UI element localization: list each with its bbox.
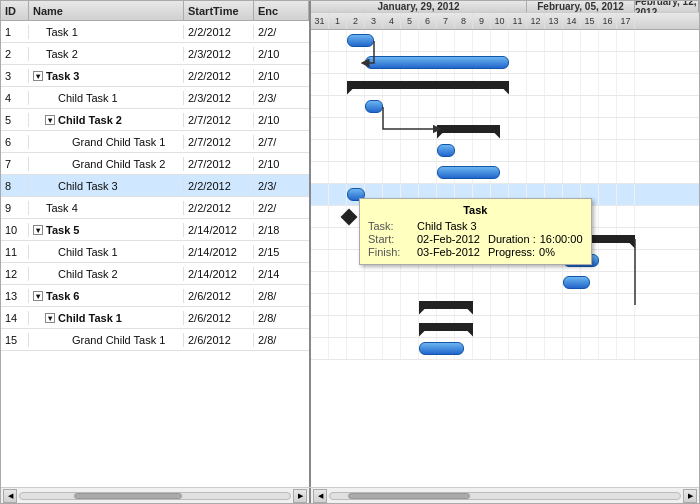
cell-id: 4 — [1, 91, 29, 105]
day-col — [581, 30, 599, 51]
day-col — [473, 162, 491, 183]
day-col — [401, 338, 419, 359]
gantt-row — [311, 118, 699, 140]
day-col — [617, 250, 635, 271]
grid-row[interactable]: 6 Grand Child Task 1 2/7/2012 2/7/ — [1, 131, 309, 153]
day-col — [581, 338, 599, 359]
day-col — [509, 162, 527, 183]
day-col — [545, 118, 563, 139]
day-col — [617, 316, 635, 337]
grid-row[interactable]: 2 Task 2 2/3/2012 2/10 — [1, 43, 309, 65]
gantt-day-num: 9 — [473, 13, 491, 29]
gantt-scroll-thumb[interactable] — [348, 493, 471, 499]
expand-icon[interactable]: ▾ — [45, 313, 55, 323]
scroll-right-btn[interactable]: ▶ — [293, 489, 307, 503]
day-col — [545, 162, 563, 183]
gantt-day-num: 15 — [581, 13, 599, 29]
scroll-left-btn[interactable]: ◀ — [3, 489, 17, 503]
day-col — [509, 118, 527, 139]
cell-start: 2/3/2012 — [184, 47, 254, 61]
day-col — [419, 74, 437, 95]
gantt-header: January, 29, 2012February, 05, 2012Febru… — [311, 1, 699, 30]
expand-icon[interactable]: ▾ — [45, 115, 55, 125]
cell-id: 14 — [1, 311, 29, 325]
cell-name: Child Task 3 — [29, 179, 184, 193]
day-col — [473, 338, 491, 359]
cell-id: 2 — [1, 47, 29, 61]
grid-row[interactable]: 8 Child Task 3 2/2/2012 2/3/ — [1, 175, 309, 197]
grid-row[interactable]: 4 Child Task 1 2/3/2012 2/3/ — [1, 87, 309, 109]
day-col — [365, 338, 383, 359]
day-col — [599, 294, 617, 315]
day-col — [509, 338, 527, 359]
cell-name: ▾ Child Task 1 — [29, 311, 184, 325]
day-col — [527, 338, 545, 359]
cell-start: 2/6/2012 — [184, 289, 254, 303]
day-col — [455, 140, 473, 161]
grid-row[interactable]: 11 Child Task 1 2/14/2012 2/15 — [1, 241, 309, 263]
grid-row[interactable]: 1 Task 1 2/2/2012 2/2/ — [1, 21, 309, 43]
grid-row[interactable]: 5 ▾ Child Task 2 2/7/2012 2/10 — [1, 109, 309, 131]
gantt-day-num: 14 — [563, 13, 581, 29]
cell-id: 6 — [1, 135, 29, 149]
cell-enc: 2/8/ — [254, 311, 309, 325]
day-col — [347, 96, 365, 117]
day-col — [617, 184, 635, 205]
gantt-scroll-left-btn[interactable]: ◀ — [313, 489, 327, 503]
day-col — [329, 118, 347, 139]
expand-icon[interactable]: ▾ — [33, 225, 43, 235]
day-col — [491, 338, 509, 359]
day-col — [599, 228, 617, 249]
day-col — [383, 338, 401, 359]
day-col — [329, 162, 347, 183]
cell-start: 2/2/2012 — [184, 25, 254, 39]
grid-row[interactable]: 15 Grand Child Task 1 2/6/2012 2/8/ — [1, 329, 309, 351]
cell-id: 5 — [1, 113, 29, 127]
day-col — [563, 74, 581, 95]
cell-enc: 2/18 — [254, 223, 309, 237]
grid-row[interactable]: 13 ▾ Task 6 2/6/2012 2/8/ — [1, 285, 309, 307]
day-col — [455, 30, 473, 51]
grid-row[interactable]: 7 Grand Child Task 2 2/7/2012 2/10 — [1, 153, 309, 175]
cell-enc: 2/10 — [254, 113, 309, 127]
cell-enc: 2/3/ — [254, 179, 309, 193]
day-col — [617, 272, 635, 293]
cell-start: 2/6/2012 — [184, 333, 254, 347]
day-col — [455, 118, 473, 139]
expand-icon[interactable]: ▾ — [33, 291, 43, 301]
cell-name: ▾ Task 5 — [29, 223, 184, 237]
gantt-day-num: 11 — [509, 13, 527, 29]
grid-row[interactable]: 9 Task 4 2/2/2012 2/2/ — [1, 197, 309, 219]
day-col — [599, 96, 617, 117]
gantt-row — [311, 52, 699, 74]
day-col — [347, 294, 365, 315]
tooltip-duration-value: 16:00:00 — [540, 233, 583, 245]
cell-name: ▾ Child Task 2 — [29, 113, 184, 127]
day-col — [473, 272, 491, 293]
cell-enc: 2/2/ — [254, 201, 309, 215]
cell-enc: 2/15 — [254, 245, 309, 259]
expand-icon[interactable]: ▾ — [33, 71, 43, 81]
day-col — [545, 74, 563, 95]
day-col — [347, 140, 365, 161]
cell-id: 7 — [1, 157, 29, 171]
grid-row[interactable]: 10 ▾ Task 5 2/14/2012 2/18 — [1, 219, 309, 241]
grid-row[interactable]: 3 ▾ Task 3 2/2/2012 2/10 — [1, 65, 309, 87]
grid-row[interactable]: 14 ▾ Child Task 1 2/6/2012 2/8/ — [1, 307, 309, 329]
day-col — [581, 52, 599, 73]
day-col — [401, 272, 419, 293]
day-col — [617, 228, 635, 249]
grid-scroll-thumb[interactable] — [74, 493, 182, 499]
day-col — [419, 272, 437, 293]
day-col — [455, 162, 473, 183]
day-col — [581, 272, 599, 293]
day-col — [437, 52, 455, 73]
day-col — [617, 338, 635, 359]
day-col — [563, 162, 581, 183]
gantt-scroll-right-btn[interactable]: ▶ — [683, 489, 697, 503]
grid-row[interactable]: 12 Child Task 2 2/14/2012 2/14 — [1, 263, 309, 285]
gantt-day-num: 13 — [545, 13, 563, 29]
gantt-day-row: 311234567891011121314151617 — [311, 13, 699, 29]
day-col — [401, 140, 419, 161]
day-col — [545, 338, 563, 359]
